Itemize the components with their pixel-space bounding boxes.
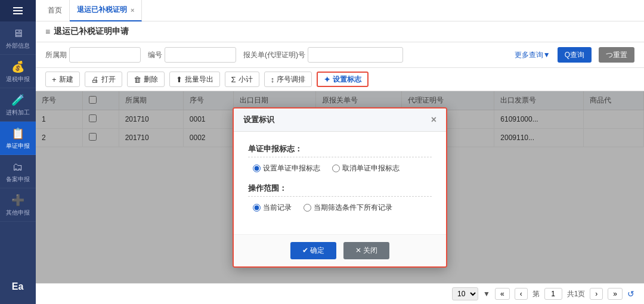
new-label: 新建 (59, 75, 73, 85)
per-page-arrow: ▼ (483, 290, 490, 298)
processing-icon: 🧪 (11, 93, 25, 107)
per-page-select[interactable]: 10 20 50 (452, 287, 478, 300)
filter-label-period: 所属期 (45, 50, 67, 60)
page-num-input[interactable] (544, 288, 562, 300)
export-icon: ⬆ (176, 75, 182, 84)
page-header: ≡ 退运已补税证明申请 (36, 21, 644, 42)
radio-current-record-input[interactable] (253, 204, 261, 212)
modal-header: 设置标识 × (234, 108, 446, 132)
hamburger-button[interactable] (0, 0, 36, 21)
filter-input-customs[interactable] (308, 47, 403, 63)
seq-switch-button[interactable]: ↕ 序号调排 (264, 72, 312, 87)
sidebar-item-label: 外部信息 (6, 42, 30, 49)
delete-button[interactable]: 🗑 删除 (127, 72, 165, 87)
first-page-button[interactable]: « (495, 288, 510, 300)
page-title: 退运已补税证明申请 (54, 26, 129, 37)
seq-switch-icon: ↕ (271, 75, 275, 84)
sidebar-item-label: 备案申报 (6, 175, 30, 183)
page-num-label: 第 (532, 289, 540, 299)
external-info-icon: 🖥 (11, 26, 25, 41)
sidebar-item-external-info[interactable]: 🖥 外部信息 (0, 21, 36, 55)
radio-set-flag[interactable]: 设置单证申报标志 (253, 163, 320, 173)
tab-home-label: 首页 (48, 5, 62, 15)
set-flag-modal: 设置标识 × 单证申报标志： 设置单证申报标志 取消单证申报标志 (233, 107, 447, 268)
sidebar-item-other-declare[interactable]: ➕ 其他申报 (0, 188, 36, 222)
reset-button[interactable]: つ重置 (599, 47, 634, 63)
filter-label-customs: 报关单(代理证明)号 (243, 50, 305, 60)
radio-all-records[interactable]: 当期筛选条件下所有记录 (304, 203, 392, 213)
filter-group-period: 所属期 (45, 47, 141, 63)
filter-input-num[interactable] (165, 47, 236, 63)
toolbar: + 新建 🖨 打开 🗑 删除 ⬆ 批量导出 Σ 小计 ↕ 序号调排 ✦ 设置标志 (36, 68, 644, 91)
table-area: 序号 所属期 序号 出口日期 原报关单号 代理证明号 出口发票号 商品代 1 2… (36, 91, 644, 283)
radio-all-records-input[interactable] (304, 204, 311, 212)
filter-bar: 所属期 编号 报关单(代理证明)号 更多查询▼ Q查询 つ重置 (36, 42, 644, 68)
set-flag-icon: ✦ (324, 75, 330, 84)
modal-overlay: 设置标识 × 单证申报标志： 设置单证申报标志 取消单证申报标志 (36, 91, 644, 283)
set-flag-button[interactable]: ✦ 设置标志 (317, 72, 369, 87)
tab-refund-cert[interactable]: 退运已补税证明 × (70, 0, 142, 21)
print-button[interactable]: 🖨 打开 (85, 72, 122, 87)
delete-icon: 🗑 (134, 75, 141, 84)
total-pages-label: 共1页 (567, 289, 586, 299)
ea-label: Ea (0, 269, 35, 304)
next-page-button[interactable]: › (590, 288, 603, 300)
single-declare-icon: 📋 (11, 126, 25, 141)
print-label: 打开 (101, 75, 116, 85)
tab-close-icon[interactable]: × (131, 7, 134, 14)
tab-refund-cert-label: 退运已补税证明 (77, 5, 127, 15)
radio-current-record[interactable]: 当前记录 (253, 203, 292, 213)
subtotal-icon: Σ (231, 75, 236, 84)
last-page-button[interactable]: » (608, 288, 623, 300)
modal-radio-group1: 设置单证申报标志 取消单证申报标志 (248, 163, 432, 173)
header-icon: ≡ (45, 27, 50, 36)
sidebar-item-tax-refund[interactable]: 💰 退税申报 (0, 55, 36, 88)
tab-home[interactable]: 首页 (41, 0, 70, 21)
filter-label-num: 编号 (148, 50, 162, 60)
close-modal-button[interactable]: ✕ 关闭 (343, 242, 389, 259)
subtotal-label: 小计 (239, 75, 253, 85)
radio-set-flag-label: 设置单证申报标志 (263, 163, 320, 173)
radio-set-flag-input[interactable] (253, 165, 261, 172)
export-button[interactable]: ⬆ 批量导出 (169, 72, 220, 87)
new-button[interactable]: + 新建 (45, 72, 80, 87)
filter-input-period[interactable] (69, 47, 141, 63)
sidebar-item-single-declare[interactable]: 📋 单证申报 (0, 122, 36, 155)
sidebar-item-label: 其他申报 (6, 209, 30, 216)
radio-cancel-flag-input[interactable] (332, 165, 340, 172)
modal-body: 单证申报标志： 设置单证申报标志 取消单证申报标志 操作范围： (234, 132, 446, 234)
sidebar-item-filing[interactable]: 🗂 备案申报 (0, 155, 36, 188)
modal-section2-title: 操作范围： (248, 183, 432, 197)
sidebar-item-processing[interactable]: 🧪 进料加工 (0, 88, 36, 122)
sidebar-item-label: 进料加工 (6, 108, 30, 116)
seq-switch-label: 序号调排 (277, 75, 305, 85)
new-icon: + (52, 75, 57, 84)
sidebar: 🖥 外部信息 💰 退税申报 🧪 进料加工 📋 单证申报 🗂 备案申报 ➕ 其他申… (0, 0, 36, 304)
confirm-button[interactable]: ✔ 确定 (290, 242, 336, 259)
radio-cancel-flag[interactable]: 取消单证申报标志 (332, 163, 400, 173)
modal-footer: ✔ 确定 ✕ 关闭 (234, 234, 446, 266)
print-icon: 🖨 (91, 75, 99, 84)
filter-group-customs: 报关单(代理证明)号 (243, 47, 403, 63)
export-label: 批量导出 (185, 75, 213, 85)
subtotal-button[interactable]: Σ 小计 (225, 72, 259, 87)
radio-cancel-flag-label: 取消单证申报标志 (342, 163, 400, 173)
sidebar-item-label: 退税申报 (6, 75, 30, 83)
tax-refund-icon: 💰 (11, 60, 25, 74)
sidebar-item-label: 单证申报 (6, 142, 30, 150)
hamburger-icon (13, 7, 23, 14)
modal-title: 设置标识 (243, 114, 274, 125)
refresh-icon[interactable]: ↺ (627, 289, 634, 299)
filter-group-num: 编号 (148, 47, 236, 63)
more-query-link[interactable]: 更多查询▼ (515, 50, 550, 60)
set-flag-label: 设置标志 (333, 75, 361, 85)
other-declare-icon: ➕ (11, 193, 25, 207)
main-content: 首页 退运已补税证明 × ≡ 退运已补税证明申请 所属期 编号 报关单(代理证明… (36, 0, 644, 304)
modal-close-icon[interactable]: × (431, 115, 436, 125)
query-button[interactable]: Q查询 (558, 47, 592, 63)
filing-icon: 🗂 (11, 160, 25, 174)
modal-radio-group2: 当前记录 当期筛选条件下所有记录 (248, 203, 432, 213)
pagination-bar: 10 20 50 ▼ « ‹ 第 共1页 › » ↺ (36, 283, 644, 304)
radio-current-record-label: 当前记录 (263, 203, 292, 213)
prev-page-button[interactable]: ‹ (515, 288, 528, 300)
